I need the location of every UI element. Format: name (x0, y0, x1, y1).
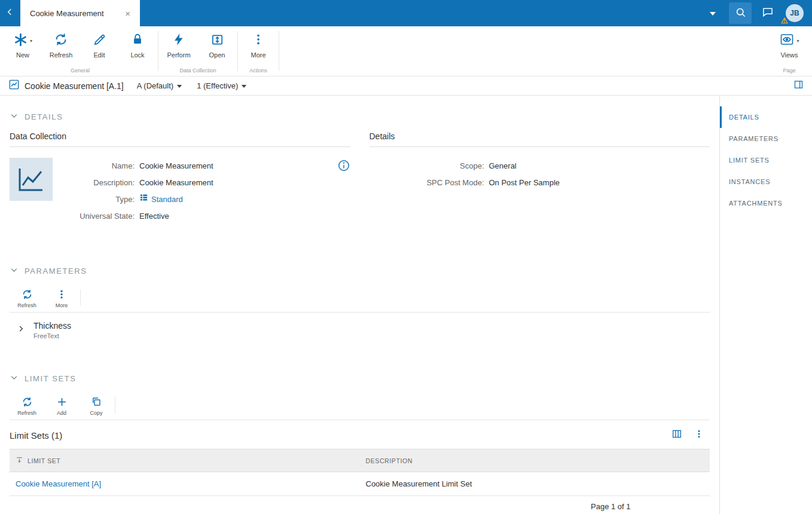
ribbon-group-actions: More Actions (239, 26, 277, 76)
field-description: Description: Cookie Measurement (60, 175, 332, 191)
topbar-dropdown-button[interactable] (700, 0, 726, 26)
side-panel-icon (793, 79, 804, 92)
new-button[interactable]: ▾ New (4, 26, 42, 68)
back-chevron-icon (5, 7, 15, 19)
limit-sets-list-header: Limit Sets (1) (10, 420, 710, 449)
limit-set-link[interactable]: Cookie Measurement [A] (16, 479, 101, 488)
lock-button[interactable]: Lock (118, 26, 157, 68)
toolbar-separator (115, 397, 115, 414)
perform-button[interactable]: Perform (160, 26, 198, 68)
state-dropdown[interactable]: 1 (Effective) (197, 81, 247, 90)
open-button[interactable]: Open (198, 26, 236, 68)
column-options-button[interactable] (666, 429, 688, 442)
limit-sets-refresh-button[interactable]: Refresh (10, 394, 44, 416)
chevron-down-icon (10, 265, 19, 276)
sidebar-item-attachments[interactable]: ATTACHMENTS (720, 192, 812, 214)
limit-sets-toolbar: Refresh Add Copy (10, 390, 710, 420)
table-row[interactable]: Cookie Measurement [A] Cookie Measuremen… (10, 472, 710, 496)
chevron-down-icon (10, 373, 19, 384)
chevron-down-icon: ▾ (30, 38, 32, 44)
tab-close-icon[interactable]: × (121, 7, 134, 20)
sidebar-item-details[interactable]: DETAILS (720, 106, 812, 128)
pagination-label: Page 1 of 1 (10, 496, 710, 511)
parameter-row-thickness[interactable]: Thickness FreeText (10, 313, 710, 347)
panel-title: Details (370, 131, 710, 147)
chevron-down-icon: ▾ (796, 38, 799, 44)
ribbon-separator (279, 31, 279, 71)
limit-sets-table: LIMIT SET DESCRIPTION Cookie Measurement… (10, 449, 710, 496)
parameters-refresh-button[interactable]: Refresh (10, 287, 44, 308)
parameters-toolbar: Refresh More (10, 282, 710, 313)
search-icon (735, 7, 746, 20)
field-name: Name: Cookie Measurement (60, 158, 332, 175)
copy-icon (91, 394, 102, 409)
chat-button[interactable] (755, 0, 781, 26)
kebab-icon (56, 287, 67, 301)
parameters-more-button[interactable]: More (44, 287, 79, 308)
search-button[interactable] (729, 2, 752, 24)
ribbon-group-label-general: General (4, 68, 157, 76)
chart-icon (8, 79, 20, 93)
more-button[interactable]: More (239, 26, 277, 68)
sidebar-item-parameters[interactable]: PARAMETERS (720, 128, 812, 149)
limit-sets-count-title: Limit Sets (1) (10, 430, 666, 440)
info-icon (337, 164, 350, 174)
ribbon-separator (158, 31, 158, 71)
edit-pencil-icon (93, 33, 106, 49)
section-header-parameters[interactable]: PARAMETERS (10, 265, 710, 276)
ribbon-separator (237, 31, 238, 71)
views-button[interactable]: ▾ Views (770, 26, 808, 68)
lock-icon (131, 32, 144, 49)
edit-button[interactable]: Edit (80, 26, 118, 68)
parameter-name: Thickness (33, 321, 71, 331)
chevron-down-icon (10, 111, 19, 122)
sidebar-item-instances[interactable]: INSTANCES (720, 171, 812, 192)
parameter-type: FreeText (33, 332, 71, 339)
limit-sets-copy-button[interactable]: Copy (79, 394, 114, 416)
lightning-icon (172, 32, 186, 50)
main-panel: DETAILS Data Collection Name: Cookie Mea… (0, 96, 719, 514)
warning-icon: ⚠ (781, 16, 788, 25)
breadcrumb: Cookie Measurement [A.1] A (Default) 1 (… (0, 77, 812, 96)
field-scope: Scope: General (377, 158, 710, 175)
refresh-button[interactable]: Refresh (42, 26, 80, 68)
tab-title: Cookie Measurement (30, 9, 121, 18)
details-panel: Details Scope: General SPC Post Mode: On… (370, 131, 710, 225)
chevron-right-icon[interactable] (17, 325, 25, 335)
field-type: Type: Standard (60, 191, 332, 208)
field-universal-state: Universal State: Effective (60, 208, 332, 225)
chat-icon (762, 6, 774, 20)
ribbon-group-label-page: Page (770, 68, 808, 76)
limit-sets-add-button[interactable]: Add (44, 394, 79, 416)
info-button[interactable] (337, 159, 350, 225)
section-header-limit-sets[interactable]: LIMIT SETS (10, 373, 710, 384)
list-more-button[interactable] (688, 429, 710, 442)
plus-icon (56, 394, 68, 409)
version-dropdown[interactable]: A (Default) (137, 81, 182, 90)
sort-icon (16, 456, 23, 465)
section-nav-sidebar: DETAILS PARAMETERS LIMIT SETS INSTANCES … (719, 96, 812, 514)
entity-title: Cookie Measurement [A.1] (25, 81, 124, 91)
ribbon-group-label-data-collection: Data Collection (160, 68, 236, 76)
column-header-description[interactable]: DESCRIPTION (360, 449, 710, 472)
back-button[interactable] (0, 0, 20, 26)
table-header-row: LIMIT SET DESCRIPTION (10, 449, 710, 472)
sidebar-item-limit-sets[interactable]: LIMIT SETS (720, 149, 812, 171)
eye-icon (779, 32, 795, 49)
column-header-limit-set[interactable]: LIMIT SET (10, 449, 360, 472)
side-panel-toggle-button[interactable] (793, 79, 804, 92)
ribbon-group-general: ▾ New Refresh Edit (4, 26, 157, 76)
tab-cookie-measurement[interactable]: Cookie Measurement × (20, 0, 140, 26)
type-link[interactable]: Standard (151, 191, 183, 208)
section-header-details[interactable]: DETAILS (10, 111, 710, 122)
user-avatar[interactable]: JB ⚠ (786, 4, 804, 22)
ribbon-group-page: ▾ Views Page (770, 26, 808, 76)
top-bar: Cookie Measurement × JB ⚠ (0, 0, 812, 26)
refresh-icon (22, 394, 33, 409)
panel-title: Data Collection (10, 131, 350, 147)
chevron-down-icon (709, 8, 716, 19)
chevron-down-icon (176, 81, 182, 90)
refresh-icon (22, 287, 33, 301)
field-spc-post-mode: SPC Post Mode: On Post Per Sample (377, 175, 710, 191)
avatar-initials: JB (790, 9, 799, 17)
